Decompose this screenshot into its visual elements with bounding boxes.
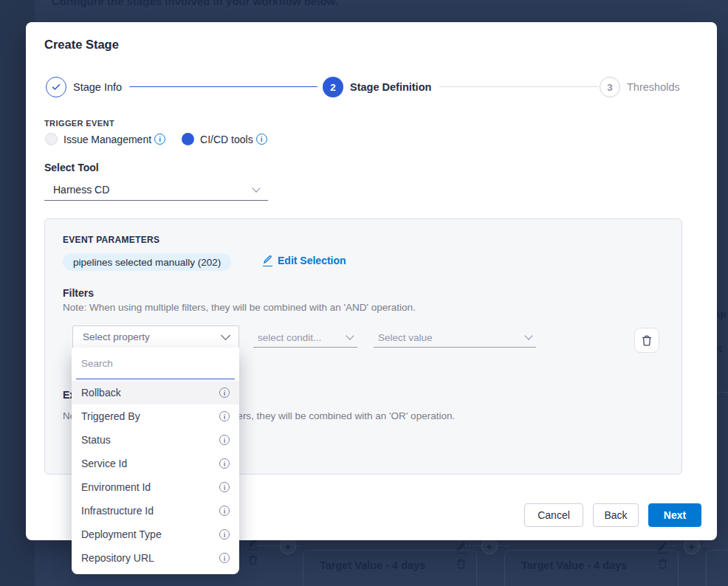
cancel-button[interactable]: Cancel [524,503,583,527]
target-value-label: Target Value - 4 days [320,559,425,571]
trash-icon [248,555,258,565]
edit-icon [263,255,272,266]
radio-issue-management[interactable] [45,133,58,145]
radio-cicd-tools[interactable] [182,133,194,145]
search-input[interactable] [76,348,235,379]
dropdown-item-environment-id[interactable]: Environment Id [72,475,239,499]
trash-icon [642,335,652,346]
info-icon[interactable] [219,506,230,516]
trash-icon [658,559,667,569]
info-icon[interactable] [219,458,230,469]
condition-select[interactable]: select condit... [253,328,357,348]
edit-selection-label: Edit Selection [278,255,346,266]
step1-check-circle[interactable] [46,77,66,97]
trash-icon [456,559,466,569]
dimmed-edit-delete-pair [248,538,258,565]
info-icon[interactable] [219,482,230,492]
modal-footer: Cancel Back Next [524,503,701,527]
check-icon [52,83,61,91]
step-connector [129,86,317,87]
value-select[interactable]: Select value [374,328,536,348]
dropdown-item-service-id[interactable]: Service Id [72,452,239,475]
info-icon[interactable] [219,529,230,540]
event-parameters-heading: EVENT PARAMETERS [63,235,159,245]
dropdown-item-infrastructure-id[interactable]: Infrastructure Id [72,499,239,523]
step3-label[interactable]: Thresholds [627,77,680,97]
select-tool-label: Select Tool [44,162,99,173]
page-subtitle: Configure the stages involved in your wo… [52,0,338,7]
dropdown-item-repository-url[interactable]: Repository URL [72,546,239,570]
create-stage-modal: Create Stage Stage Info 2 Stage Definiti… [26,22,717,540]
target-value-card: Target Value - 4 days [303,550,477,586]
property-dropdown: Rollback Triggered By Status Service Id … [72,348,239,574]
modal-title: Create Stage [44,38,119,52]
screen: Configure the stages involved in your wo… [0,0,728,586]
delete-filter-button[interactable] [634,328,659,353]
target-value-label: Target Value - 4 days [521,559,627,571]
dropdown-item-triggered-by[interactable]: Triggered By [72,404,239,428]
chevron-down-icon [252,184,260,192]
target-value-card [706,550,728,586]
target-value-card: Target Value - 4 days [504,550,679,586]
trigger-event-label: TRIGGER EVENT [44,119,114,128]
radio-label: CI/CD tools [200,134,253,145]
dropdown-item-status[interactable]: Status [72,428,239,452]
add-stage-button [481,538,498,554]
radio-label: Issue Management [63,134,151,145]
chevron-down-icon [346,331,354,339]
edit-selection-link[interactable]: Edit Selection [263,255,346,266]
selection-pill: pipelines selected manually (202) [63,253,231,271]
chevron-down-icon [524,331,532,339]
chevron-down-icon [221,331,230,340]
edit-icon [658,542,667,554]
step2-label[interactable]: Stage Definition [350,77,431,97]
tool-select[interactable]: Harness CD [44,179,268,201]
info-icon[interactable] [154,134,165,145]
edit-icon [456,542,466,554]
property-select[interactable]: Select property [72,325,239,348]
value-select-placeholder: Select value [378,332,526,343]
add-stage-button [280,538,296,554]
step-connector [439,86,598,87]
info-icon[interactable] [219,387,230,398]
step1-label[interactable]: Stage Info [73,77,122,97]
info-icon[interactable] [219,435,230,445]
back-button[interactable]: Back [593,503,639,527]
step3-number-circle[interactable]: 3 [600,77,620,97]
condition-select-placeholder: select condit... [258,332,347,343]
step2-number-circle[interactable]: 2 [323,77,343,97]
dropdown-search [72,348,239,381]
filters-note: Note: When using multiple filters, they … [63,302,416,313]
dropdown-item-rollback[interactable]: Rollback [72,381,239,404]
trigger-event-options: Issue Management CI/CD tools [45,133,267,145]
next-button[interactable]: Next [648,503,701,527]
info-icon[interactable] [219,553,230,563]
tool-select-value: Harness CD [53,184,253,196]
property-select-placeholder: Select property [83,331,222,342]
filters-heading: Filters [63,287,94,299]
dropdown-item-deployment-type[interactable]: Deployment Type [72,523,239,546]
info-icon[interactable] [256,134,267,145]
info-icon[interactable] [219,411,230,421]
add-stage-button [684,538,700,554]
